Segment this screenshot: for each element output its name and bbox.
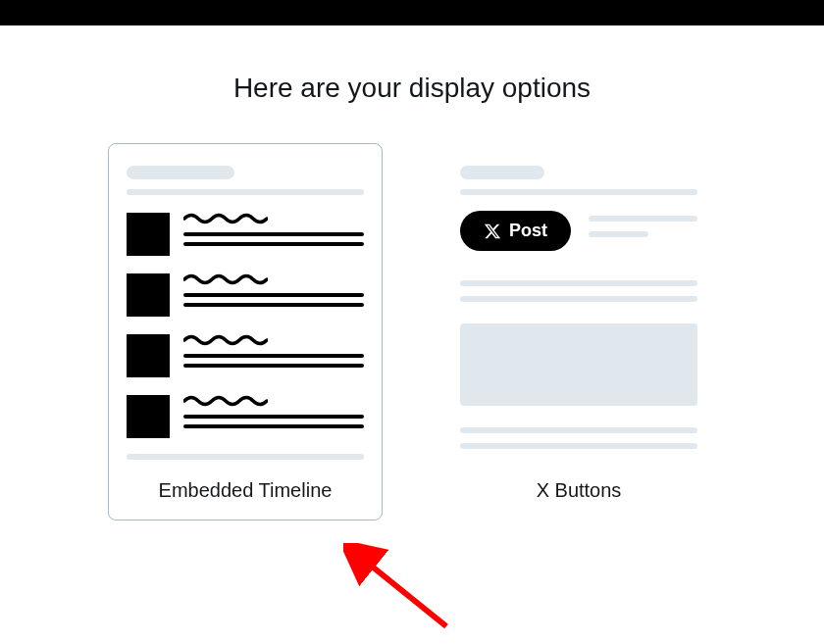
timeline-item	[127, 334, 364, 377]
wavy-line-icon	[183, 395, 364, 407]
display-options-container: Embedded Timeline Post X Butto	[0, 143, 824, 520]
placeholder-line	[183, 303, 364, 307]
xbuttons-row: Post	[460, 211, 697, 251]
avatar-placeholder	[127, 395, 170, 438]
placeholder-line	[183, 415, 364, 419]
wavy-line-icon	[183, 213, 364, 224]
placeholder-line	[183, 424, 364, 428]
placeholder-bar	[460, 166, 544, 179]
placeholder-line	[127, 189, 364, 195]
placeholder-line	[589, 231, 648, 237]
x-logo-icon	[484, 223, 501, 240]
timeline-preview	[127, 166, 364, 460]
side-lines	[589, 216, 697, 247]
image-placeholder	[460, 323, 697, 406]
post-button: Post	[460, 211, 571, 251]
wavy-line-icon	[183, 334, 364, 346]
top-bar	[0, 0, 824, 25]
placeholder-line	[460, 427, 697, 433]
option-embedded-timeline[interactable]: Embedded Timeline	[108, 143, 383, 520]
placeholder-line	[183, 293, 364, 297]
xbuttons-preview: Post	[460, 166, 697, 460]
timeline-item-lines	[183, 213, 364, 252]
annotation-arrow-icon	[343, 543, 461, 641]
wavy-line-icon	[183, 273, 364, 285]
placeholder-line	[183, 364, 364, 368]
timeline-item-lines	[183, 273, 364, 313]
option-label-timeline: Embedded Timeline	[127, 479, 364, 502]
timeline-item	[127, 273, 364, 317]
avatar-placeholder	[127, 213, 170, 256]
placeholder-line	[183, 354, 364, 358]
placeholder-line	[589, 216, 697, 222]
option-x-buttons[interactable]: Post X Buttons	[441, 143, 716, 520]
placeholder-line	[460, 443, 697, 449]
timeline-item-lines	[183, 395, 364, 434]
timeline-item	[127, 213, 364, 256]
placeholder-line	[460, 189, 697, 195]
option-label-xbuttons: X Buttons	[460, 479, 697, 502]
placeholder-line	[183, 242, 364, 246]
placeholder-line	[183, 232, 364, 236]
avatar-placeholder	[127, 273, 170, 317]
placeholder-line	[460, 296, 697, 302]
avatar-placeholder	[127, 334, 170, 377]
placeholder-line	[460, 280, 697, 286]
page-title: Here are your display options	[0, 73, 824, 104]
placeholder-line	[127, 454, 364, 460]
placeholder-bar	[127, 166, 234, 179]
timeline-item	[127, 395, 364, 438]
svg-line-1	[365, 561, 446, 626]
timeline-item-lines	[183, 334, 364, 373]
post-button-label: Post	[509, 221, 547, 241]
